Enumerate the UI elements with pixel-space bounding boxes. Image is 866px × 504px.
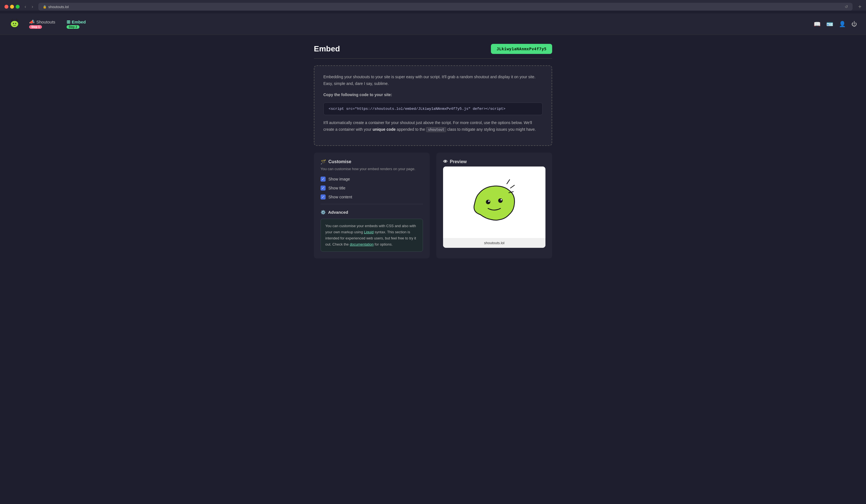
- svg-line-11: [507, 180, 510, 184]
- check-mark-2: ✓: [322, 186, 324, 190]
- header-icons: 📖 🪪 👤 ⏻: [814, 21, 857, 27]
- browser-chrome: ‹ › 🔒 shoutouts.lol ↺ +: [0, 0, 866, 11]
- logo: [9, 18, 20, 30]
- check-mark: ✓: [322, 177, 324, 181]
- svg-point-10: [501, 199, 502, 200]
- nav-step-shoutouts[interactable]: 📣 Shoutouts Step 1: [27, 18, 58, 30]
- advanced-text-post: for options.: [374, 242, 393, 247]
- power-icon[interactable]: ⏻: [852, 21, 857, 27]
- step2-badge: Step 2: [67, 25, 79, 29]
- show-content-label: Show content: [329, 195, 352, 199]
- logo-svg: [9, 18, 20, 29]
- preview-panel: 👁 Preview: [436, 152, 552, 259]
- page-header: Embed JLkiwy1aNAnmxPv4f7y5: [314, 44, 552, 54]
- embed-description: Embedding your shoutouts to your site is…: [323, 74, 543, 87]
- description-extra: It'll automatically create a container f…: [323, 119, 543, 133]
- nav-step-shoutouts-label: 📣 Shoutouts: [29, 19, 55, 25]
- embed-key-button[interactable]: JLkiwy1aNAnmxPv4f7y5: [491, 44, 552, 54]
- svg-line-5: [16, 19, 16, 20]
- desc2-bold: unique code: [373, 127, 396, 131]
- show-image-label: Show image: [329, 177, 350, 181]
- show-title-option[interactable]: ✓ Show title: [321, 185, 423, 191]
- forward-button[interactable]: ›: [30, 4, 35, 10]
- new-tab-button[interactable]: +: [858, 4, 862, 10]
- url-text: shoutouts.lol: [48, 5, 69, 9]
- desc2-mid: appended to the: [396, 127, 426, 131]
- svg-line-6: [17, 20, 18, 21]
- page-divider: [314, 58, 552, 59]
- customise-title: 🪄 Customise: [321, 159, 423, 164]
- user-icon[interactable]: 👤: [839, 21, 846, 27]
- liquid-link[interactable]: Liquid: [364, 230, 374, 234]
- app-header: 📣 Shoutouts Step 1 ⊞ Embed Step 2 📖 🪪 👤 …: [0, 13, 866, 35]
- desc2-code: shoutout: [426, 127, 446, 132]
- traffic-lights: [4, 5, 20, 9]
- show-title-label: Show title: [329, 186, 345, 190]
- page-title: Embed: [314, 44, 340, 53]
- card-icon[interactable]: 🪪: [826, 21, 833, 27]
- desc2-post: class to mitigate any styling issues you…: [446, 127, 536, 131]
- preview-card: shoutouts.lol: [443, 167, 545, 248]
- embed-info-box: Embedding your shoutouts to your site is…: [314, 65, 552, 146]
- panel-divider: [321, 204, 423, 204]
- advanced-title: ⚙️ Advanced: [321, 210, 423, 215]
- svg-point-8: [498, 198, 503, 203]
- preview-slime-svg: [464, 175, 525, 231]
- nav-step-embed[interactable]: ⊞ Embed Step 2: [64, 18, 88, 30]
- show-content-checkbox[interactable]: ✓: [321, 194, 325, 199]
- svg-point-2: [15, 23, 16, 24]
- svg-point-7: [486, 200, 490, 204]
- svg-line-3: [11, 20, 12, 21]
- nav-step-embed-label: ⊞ Embed: [67, 19, 86, 25]
- preview-footer: shoutouts.lol: [443, 238, 545, 248]
- preview-title: 👁 Preview: [443, 159, 545, 164]
- show-image-checkbox[interactable]: ✓: [321, 176, 325, 182]
- show-title-checkbox[interactable]: ✓: [321, 185, 325, 191]
- back-button[interactable]: ‹: [23, 4, 28, 10]
- show-image-option[interactable]: ✓ Show image: [321, 176, 423, 182]
- wand-icon: 🪄: [321, 159, 326, 164]
- eye-icon: 👁: [443, 159, 447, 164]
- check-mark-3: ✓: [322, 195, 324, 199]
- minimize-button[interactable]: [10, 5, 14, 9]
- customise-panel: 🪄 Customise You can customise how your e…: [314, 152, 430, 259]
- close-button[interactable]: [4, 5, 8, 9]
- checkbox-list: ✓ Show image ✓ Show title ✓ Show content: [321, 176, 423, 199]
- megaphone-icon: 📣: [29, 19, 35, 25]
- two-col-section: 🪄 Customise You can customise how your e…: [314, 152, 552, 259]
- main-content: Embed JLkiwy1aNAnmxPv4f7y5 Embedding you…: [307, 35, 559, 267]
- maximize-button[interactable]: [16, 5, 20, 9]
- embed-icon: ⊞: [67, 19, 70, 25]
- svg-line-12: [510, 185, 514, 188]
- svg-point-0: [11, 21, 19, 27]
- svg-point-1: [13, 23, 14, 24]
- show-content-option[interactable]: ✓ Show content: [321, 194, 423, 199]
- copy-label: Copy the following code to your site:: [323, 92, 543, 98]
- documentation-link[interactable]: documentation: [349, 242, 374, 247]
- browser-nav: ‹ ›: [23, 4, 35, 10]
- step1-badge: Step 1: [29, 25, 42, 29]
- tools-icon: ⚙️: [321, 210, 326, 215]
- book-icon[interactable]: 📖: [814, 21, 821, 27]
- code-snippet[interactable]: <script src="https://shoutouts.lol/embed…: [323, 103, 543, 115]
- refresh-button[interactable]: ↺: [845, 4, 848, 9]
- address-bar[interactable]: 🔒 shoutouts.lol ↺: [38, 3, 853, 11]
- lock-icon: 🔒: [43, 5, 47, 9]
- title-bar: ‹ › 🔒 shoutouts.lol ↺ +: [4, 3, 862, 11]
- customise-subtitle: You can customise how your embed renders…: [321, 167, 423, 171]
- advanced-description: You can customise your embeds with CSS a…: [321, 219, 423, 252]
- svg-point-9: [488, 200, 490, 202]
- preview-image-area: [443, 167, 545, 238]
